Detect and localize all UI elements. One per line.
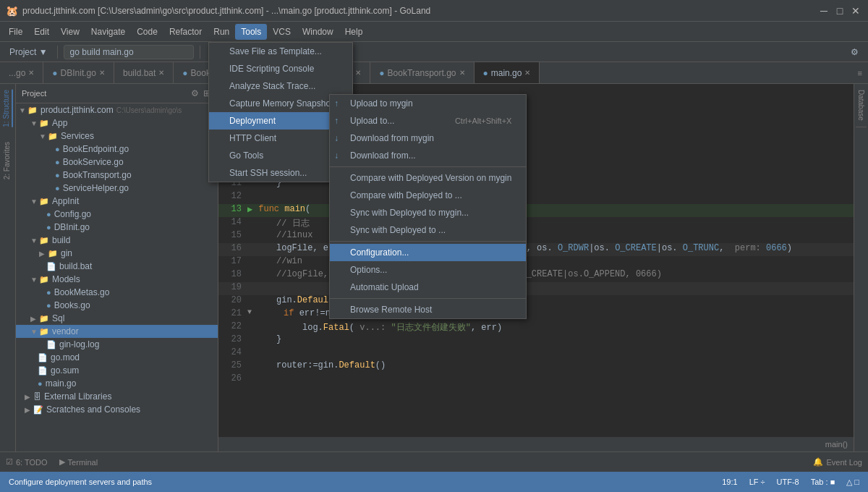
- build-config-input[interactable]: [64, 45, 194, 59]
- tree-books[interactable]: ● Books.go: [16, 299, 218, 312]
- sidebar-gear-button[interactable]: ⚙: [190, 87, 200, 100]
- menu-view[interactable]: View: [55, 24, 85, 40]
- item-label: Start SSH session...: [229, 168, 307, 178]
- database-panel-label[interactable]: Database: [856, 84, 867, 127]
- menu-ide-scripting[interactable]: IDE Scripting Console: [209, 60, 352, 77]
- tree-sql-label: Sql: [52, 313, 64, 323]
- menu-auto-upload[interactable]: Automatic Upload: [330, 279, 526, 296]
- todo-label: 6: TODO: [16, 458, 48, 467]
- tree-maingo[interactable]: ● main.go: [16, 377, 218, 390]
- tree-servicehelper-label: ServiceHelper.go: [63, 183, 129, 193]
- tab-icon: ●: [52, 68, 57, 78]
- tree-sql[interactable]: ▶ 📁 Sql: [16, 312, 218, 325]
- menu-browse-remote[interactable]: Browse Remote Host: [330, 301, 526, 318]
- tree-services-label: Services: [61, 131, 94, 141]
- menu-sync-deployed-to[interactable]: Sync with Deployed to ...: [330, 221, 526, 239]
- close-icon[interactable]: ✕: [355, 69, 361, 77]
- menu-window[interactable]: Window: [297, 24, 339, 40]
- settings-button[interactable]: ⚙: [847, 45, 862, 59]
- tree-arrow-models: ▼: [30, 276, 39, 284]
- appinit-folder-icon: 📁: [39, 197, 49, 206]
- menu-upload-to[interactable]: ↑ Upload to... Ctrl+Alt+Shift+X: [330, 112, 526, 130]
- tree-gin[interactable]: ▶ 📁 gin: [16, 247, 218, 260]
- tree-bookservice[interactable]: ● BookService.go: [16, 156, 218, 169]
- code-line-15: 15 //linux: [218, 230, 854, 243]
- close-button[interactable]: ✕: [849, 4, 862, 17]
- window-controls: ─ □ ✕: [817, 4, 862, 17]
- tree-scratches[interactable]: ▶ 📝 Scratches and Consoles: [16, 403, 218, 416]
- item-label: Sync with Deployed to ...: [350, 225, 446, 235]
- event-log-button[interactable]: 🔔 Event Log: [813, 457, 862, 467]
- menu-code[interactable]: Code: [131, 24, 163, 40]
- item-label: Compare with Deployed to ...: [350, 190, 462, 200]
- menu-upload-mygin[interactable]: ↑ Upload to mygin: [330, 95, 526, 112]
- close-icon[interactable]: ✕: [524, 69, 530, 77]
- status-position[interactable]: 19:1: [722, 478, 737, 486]
- close-icon[interactable]: ✕: [28, 69, 34, 77]
- menu-download-mygin[interactable]: ↓ Download from mygin: [330, 130, 526, 147]
- project-dropdown-button[interactable]: Project ▼: [6, 45, 51, 59]
- menu-help[interactable]: Help: [339, 24, 369, 40]
- tab-buildbat[interactable]: build.bat ✕: [114, 62, 174, 83]
- run-gutter-icon[interactable]: ▶: [247, 204, 255, 217]
- tab-prev[interactable]: ...go ✕: [0, 62, 43, 83]
- close-icon[interactable]: ✕: [158, 69, 164, 77]
- tree-services[interactable]: ▼ 📁 Services: [16, 130, 218, 143]
- status-tab[interactable]: Tab : ■: [811, 478, 835, 486]
- menu-configuration[interactable]: Configuration...: [330, 244, 526, 261]
- menu-refactor[interactable]: Refactor: [163, 24, 208, 40]
- code-line-16: 16 logFile, err := os.OpenFile( name: "g…: [218, 243, 854, 256]
- tree-booktransport[interactable]: ● BookTransport.go: [16, 169, 218, 182]
- mod-file-icon: 📄: [38, 353, 48, 362]
- menu-download-from[interactable]: ↓ Download from...: [330, 147, 526, 164]
- tree-arrow-build: ▼: [30, 237, 39, 245]
- tab-dbinit[interactable]: ● DBInit.go ✕: [43, 62, 114, 83]
- menu-file[interactable]: File: [3, 24, 28, 40]
- menu-compare-deployed-to[interactable]: Compare with Deployed to ...: [330, 187, 526, 204]
- menu-vcs[interactable]: VCS: [267, 24, 297, 40]
- menu-run[interactable]: Run: [208, 24, 235, 40]
- todo-panel-button[interactable]: ☑ 6: TODO: [6, 457, 48, 467]
- tree-models[interactable]: ▼ 📁 Models: [16, 273, 218, 286]
- tree-bookendpoint[interactable]: ● BookEndpoint.go: [16, 143, 218, 156]
- tree-root[interactable]: ▼ 📁 product.jtthink.com C:\Users\admin\g…: [16, 103, 218, 116]
- menu-edit[interactable]: Edit: [28, 24, 55, 40]
- close-icon[interactable]: ✕: [99, 69, 105, 77]
- favorites-panel-label[interactable]: 2: Favorites: [3, 142, 12, 179]
- tree-dbinit[interactable]: ● DBInit.go: [16, 221, 218, 234]
- close-icon[interactable]: ✕: [459, 69, 465, 77]
- tree-ginlog[interactable]: 📄 gin-log.log: [16, 338, 218, 351]
- terminal-panel-button[interactable]: ▶ Terminal: [59, 457, 98, 467]
- tree-bookmetas[interactable]: ● BookMetas.go: [16, 286, 218, 299]
- menu-compare-deployed-version[interactable]: Compare with Deployed Version on mygin: [330, 169, 526, 187]
- status-lf[interactable]: LF ÷: [749, 478, 765, 486]
- menu-analyze-stack[interactable]: Analyze Stack Trace...: [209, 77, 352, 95]
- menu-save-template[interactable]: Save File as Template...: [209, 43, 352, 60]
- status-encoding[interactable]: UTF-8: [777, 478, 799, 486]
- maximize-button[interactable]: □: [833, 4, 846, 17]
- tree-gosum[interactable]: 📄 go.sum: [16, 364, 218, 377]
- tree-external-libs[interactable]: ▶ 🗄 External Libraries: [16, 390, 218, 403]
- structure-panel-label[interactable]: 1: Structure: [2, 90, 13, 127]
- minimize-button[interactable]: ─: [817, 4, 830, 17]
- tree-appinit[interactable]: ▼ 📁 AppInit: [16, 195, 218, 208]
- tree-config[interactable]: ● Config.go: [16, 208, 218, 221]
- menu-options[interactable]: Options...: [330, 261, 526, 279]
- menu-navigate[interactable]: Navigate: [85, 24, 131, 40]
- code-line-14: 14 // 日志: [218, 217, 854, 230]
- menu-sync-mygin[interactable]: Sync with Deployed to mygin...: [330, 204, 526, 221]
- sidebar-title: Project: [22, 89, 46, 98]
- tree-servicehelper[interactable]: ● ServiceHelper.go: [16, 182, 218, 195]
- tab-maingo[interactable]: ● main.go ✕: [475, 62, 540, 83]
- item-label: Capture Memory Snapshot: [229, 98, 333, 109]
- tree-gomod[interactable]: 📄 go.mod: [16, 351, 218, 364]
- tree-build[interactable]: ▼ 📁 build: [16, 234, 218, 247]
- upload-icon: ↑: [334, 116, 339, 126]
- menu-tools[interactable]: Tools: [235, 24, 267, 40]
- tree-buildbat[interactable]: 📄 build.bat: [16, 260, 218, 273]
- tab-label: main.go: [491, 68, 522, 78]
- vendor-folder-icon: 📁: [39, 327, 49, 336]
- tree-vendor[interactable]: ▼ 📁 vendor: [16, 325, 218, 338]
- tree-app[interactable]: ▼ 📁 App: [16, 116, 218, 130]
- tab-booktransport[interactable]: ● BookTransport.go ✕: [370, 62, 474, 83]
